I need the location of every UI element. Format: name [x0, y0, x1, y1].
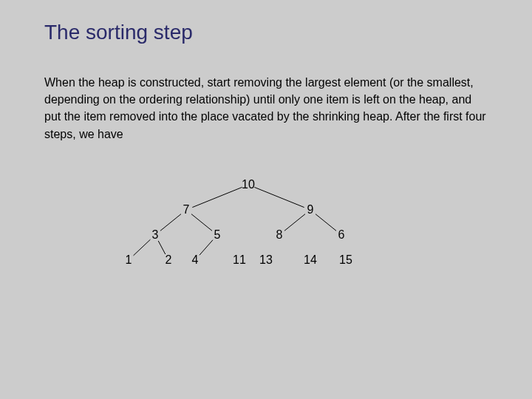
- tree-edge: [284, 214, 305, 231]
- tree-edge: [254, 187, 304, 207]
- tree-edge: [158, 241, 166, 254]
- tree-node: 4: [192, 253, 199, 267]
- tree-node: 5: [214, 228, 221, 242]
- tree-node: 7: [183, 203, 190, 216]
- tree-node: 3: [152, 228, 159, 242]
- body-paragraph: When the heap is constructed, start remo…: [44, 74, 488, 143]
- tree-edges: [0, 0, 532, 399]
- tree-node: 2: [166, 253, 172, 267]
- tree-node: 6: [338, 228, 345, 242]
- tree-node: 8: [276, 228, 283, 242]
- tree-node: 9: [307, 203, 314, 216]
- slide: The sorting step When the heap is constr…: [0, 0, 532, 399]
- tree-node: 15: [339, 253, 352, 267]
- tree-node: 13: [259, 253, 273, 267]
- tree-edge: [200, 240, 213, 256]
- tree-node: 10: [242, 178, 255, 191]
- tree-edge: [192, 187, 242, 207]
- tree-node: 11: [233, 253, 246, 267]
- tree-edge: [134, 239, 151, 256]
- tree-edge: [316, 214, 336, 231]
- page-title: The sorting step: [44, 21, 193, 44]
- tree-edge: [160, 214, 181, 231]
- tree-edge: [191, 214, 212, 231]
- tree-node: 1: [126, 253, 132, 267]
- tree-node: 14: [304, 253, 317, 267]
